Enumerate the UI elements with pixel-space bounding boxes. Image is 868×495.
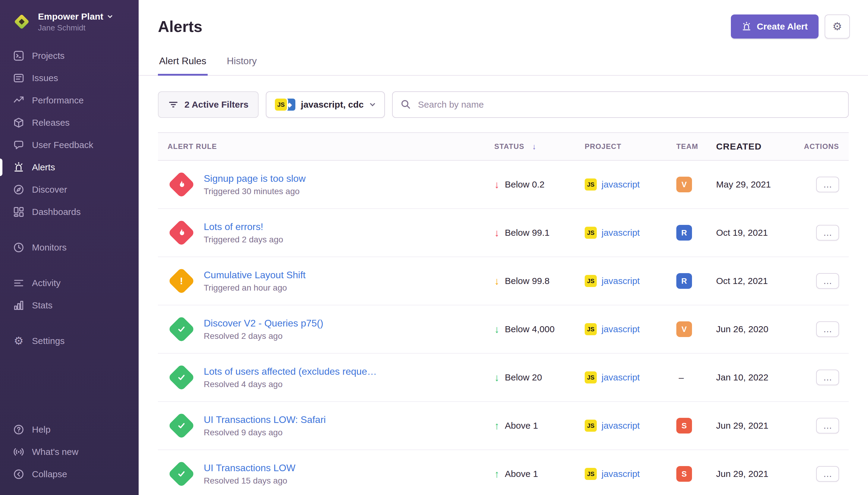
alert-settings-button[interactable]: ⚙ xyxy=(824,15,850,39)
create-alert-button[interactable]: Create Alert xyxy=(731,15,819,39)
project-link[interactable]: javascript xyxy=(602,227,640,238)
table-row: UI Transactions LOW: SafariResolved 9 da… xyxy=(158,402,849,450)
sidebar-item-performance[interactable]: Performance xyxy=(0,89,139,112)
alert-rule-link[interactable]: Discover V2 - Queries p75() xyxy=(204,318,324,329)
created-date: May 29, 2021 xyxy=(716,180,804,190)
sidebar-collapse-button[interactable]: Collapse xyxy=(0,463,139,485)
js-platform-icon: JS xyxy=(585,371,597,383)
trend-down-icon: ↓ xyxy=(494,372,499,383)
alert-rule-link[interactable]: Signup page is too slow xyxy=(204,173,306,184)
alert-rule-link[interactable]: Cumulative Layout Shift xyxy=(204,270,306,281)
sidebar-item-projects[interactable]: Projects xyxy=(0,45,139,67)
created-date: Jan 10, 2022 xyxy=(716,372,804,382)
alert-rule-subtext: Resolved 4 days ago xyxy=(204,379,377,389)
alert-rule-link[interactable]: UI Transactions LOW xyxy=(204,462,295,474)
project-link[interactable]: javascript xyxy=(602,276,640,286)
row-actions-button[interactable]: … xyxy=(816,370,839,385)
user-feedback-icon xyxy=(13,140,24,150)
created-date: Oct 19, 2021 xyxy=(716,227,804,238)
row-actions-button[interactable]: … xyxy=(816,177,839,192)
status-text: Below 4,000 xyxy=(505,324,555,334)
team-badge[interactable]: R xyxy=(676,273,692,289)
table-row: Lots of errors!Triggered 2 days ago ↓Bel… xyxy=(158,209,849,257)
column-actions: Actions xyxy=(804,142,839,151)
filter-icon xyxy=(168,100,178,110)
alert-rule-link[interactable]: Lots of errors! xyxy=(204,221,283,233)
projects-icon xyxy=(13,50,24,61)
sidebar-item-alerts[interactable]: Alerts xyxy=(0,156,139,178)
tab-alert-rules[interactable]: Alert Rules xyxy=(158,52,208,76)
sidebar-item-releases[interactable]: Releases xyxy=(0,112,139,134)
team-badge[interactable]: S xyxy=(676,418,692,433)
team-badge[interactable]: V xyxy=(676,177,692,192)
alert-rule-subtext: Resolved 2 days ago xyxy=(204,331,324,341)
sidebar-item-activity[interactable]: Activity xyxy=(0,272,139,294)
status-text: Above 1 xyxy=(505,469,538,479)
sidebar-item-discover[interactable]: Discover xyxy=(0,178,139,201)
js-platform-icon: JS xyxy=(585,420,597,432)
alert-rules-table: Alert Rule Status↓ Project Team Created … xyxy=(158,132,849,495)
active-filters-label: 2 Active Filters xyxy=(185,100,248,110)
sidebar-item-label: Discover xyxy=(32,185,67,195)
resolved-check-icon xyxy=(168,363,195,391)
row-actions-button[interactable]: … xyxy=(816,225,839,241)
trend-down-icon: ↓ xyxy=(494,275,499,287)
search-input[interactable] xyxy=(392,91,849,118)
status-text: Below 99.1 xyxy=(505,227,550,238)
sidebar-item-label: Help xyxy=(32,425,51,435)
alert-rule-subtext: Triggered an hour ago xyxy=(204,283,306,293)
sidebar-item-label: Settings xyxy=(32,336,65,346)
issues-icon xyxy=(13,73,24,84)
sidebar-item-help[interactable]: Help xyxy=(0,419,139,441)
project-selector[interactable]: JS ◆ javascript, cdc xyxy=(266,91,385,118)
table-header: Alert Rule Status↓ Project Team Created … xyxy=(158,133,849,161)
sidebar-item-dashboards[interactable]: Dashboards xyxy=(0,201,139,223)
alert-rule-link[interactable]: Lots of users affected (excludes reque… xyxy=(204,366,377,377)
siren-icon xyxy=(742,22,751,31)
team-badge[interactable]: R xyxy=(676,225,692,241)
status-text: Below 99.8 xyxy=(505,276,550,286)
resolved-check-icon xyxy=(168,412,195,440)
row-actions-button[interactable]: … xyxy=(816,466,839,482)
tab-history[interactable]: History xyxy=(226,52,258,76)
team-badge[interactable]: S xyxy=(676,466,692,482)
project-link[interactable]: javascript xyxy=(602,324,640,334)
app-window: Empower Plant Jane Schmidt Projects Issu… xyxy=(0,0,868,495)
column-status[interactable]: Status↓ xyxy=(494,142,585,151)
alert-rule-link[interactable]: UI Transactions LOW: Safari xyxy=(204,414,326,425)
column-alert-rule: Alert Rule xyxy=(168,142,494,151)
sidebar-item-user-feedback[interactable]: User Feedback xyxy=(0,134,139,156)
project-selector-label: javascript, cdc xyxy=(301,100,363,110)
project-link[interactable]: javascript xyxy=(602,421,640,431)
active-filters-button[interactable]: 2 Active Filters xyxy=(158,91,259,118)
team-none: – xyxy=(676,373,684,382)
org-switcher[interactable]: Empower Plant Jane Schmidt xyxy=(0,0,139,42)
trend-down-icon: ↓ xyxy=(494,179,499,190)
team-badge[interactable]: V xyxy=(676,321,692,337)
chevron-down-icon xyxy=(107,14,113,20)
table-row: Discover V2 - Queries p75()Resolved 2 da… xyxy=(158,305,849,354)
project-link[interactable]: javascript xyxy=(602,469,640,479)
alert-rule-subtext: Triggered 30 minutes ago xyxy=(204,187,306,196)
row-actions-button[interactable]: … xyxy=(816,418,839,433)
project-link[interactable]: javascript xyxy=(602,372,640,382)
create-alert-label: Create Alert xyxy=(757,21,808,32)
row-actions-button[interactable]: … xyxy=(816,321,839,337)
chevron-down-icon xyxy=(369,101,376,108)
alert-rule-subtext: Resolved 15 days ago xyxy=(204,476,295,486)
resolved-check-icon xyxy=(168,315,195,343)
performance-icon xyxy=(13,95,24,106)
sidebar-item-whats-new[interactable]: What's new xyxy=(0,441,139,463)
status-text: Below 20 xyxy=(505,372,542,382)
column-created[interactable]: Created xyxy=(716,141,804,152)
sidebar-item-issues[interactable]: Issues xyxy=(0,67,139,89)
sidebar-item-settings[interactable]: ⚙ Settings xyxy=(0,330,139,352)
project-link[interactable]: javascript xyxy=(602,180,640,190)
dashboards-icon xyxy=(13,206,24,217)
created-date: Oct 12, 2021 xyxy=(716,276,804,286)
sidebar-item-monitors[interactable]: Monitors xyxy=(0,236,139,259)
sidebar-item-stats[interactable]: Stats xyxy=(0,294,139,317)
sidebar: Empower Plant Jane Schmidt Projects Issu… xyxy=(0,0,139,495)
row-actions-button[interactable]: … xyxy=(816,273,839,289)
org-logo xyxy=(12,12,31,31)
